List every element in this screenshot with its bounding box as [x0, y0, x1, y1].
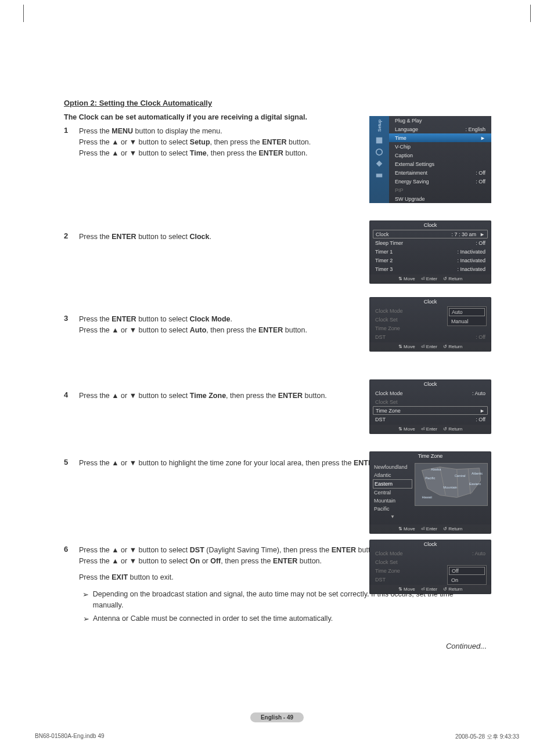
option-auto[interactable]: Auto: [449, 308, 485, 316]
step-line: Press the ▲ or ▼ button to select Setup,…: [79, 138, 311, 146]
timezone-map: Pacific Mountain Central Eastern Atlanti…: [415, 463, 488, 506]
svg-text:Atlantic: Atlantic: [472, 472, 483, 475]
osd-footer: ⇅ Move ⏎ Enter ↺ Return: [369, 585, 491, 594]
chevron-down-icon: ▼: [373, 513, 412, 521]
svg-text:Hawaii: Hawaii: [422, 495, 432, 499]
osd-clock-dst-menu: Clock Clock Mode: Auto Clock Set Time Zo…: [369, 540, 491, 599]
menu-item-timer2[interactable]: Timer 2: Inactivated: [369, 256, 491, 265]
osd-setup-body: Plug & Play Language: English Time► V-Ch…: [389, 116, 491, 203]
menu-item-clock[interactable]: Clock: 7 : 30 am►: [373, 230, 488, 238]
step-line: Press the MENU button to display the men…: [79, 127, 222, 135]
menu-item-time-zone[interactable]: Time Zone►: [373, 406, 488, 415]
move-hint: ⇅ Move: [398, 587, 415, 592]
option-manual[interactable]: Manual: [448, 317, 486, 325]
menu-item-timer1[interactable]: Timer 1: Inactivated: [369, 247, 491, 256]
return-hint: ↺ Return: [443, 426, 462, 432]
menu-item-timer3[interactable]: Timer 3: Inactivated: [369, 265, 491, 273]
tz-option-pacific[interactable]: Pacific: [373, 505, 412, 513]
osd-timezone-picker: Time Zone Newfoundland Atlantic Eastern …: [369, 451, 491, 538]
chevron-right-icon: ►: [480, 408, 485, 414]
osd-footer: ⇅ Move ⏎ Enter ↺ Return: [369, 425, 491, 434]
step-number: 4: [64, 390, 79, 399]
note-bullet-icon: ➢: [79, 589, 93, 601]
option-off[interactable]: Off: [449, 567, 485, 575]
note-2: ➢ Antenna or Cable must be connected in …: [79, 613, 483, 625]
osd-footer: ⇅ Move ⏎ Enter ↺ Return: [369, 525, 491, 534]
page-footer: English - 49: [0, 712, 554, 722]
menu-item-energy-saving[interactable]: Energy Saving: Off: [389, 177, 491, 186]
menu-item-time[interactable]: Time►: [389, 133, 491, 142]
menu-item-pip: PIP: [389, 186, 491, 194]
crop-mark-right: [530, 5, 531, 22]
doc-id: BN68-01580A-Eng.indb 49: [35, 733, 105, 741]
step-number: 5: [64, 458, 79, 466]
menu-item-sw-upgrade[interactable]: SW Upgrade: [389, 194, 491, 203]
osd-title: Time Zone: [369, 451, 491, 461]
document-footer: BN68-01580A-Eng.indb 49 2008-05-28 오후 9:…: [35, 733, 519, 741]
tz-option-central[interactable]: Central: [373, 489, 412, 497]
osd-footer: ⇅ Move ⏎ Enter ↺ Return: [369, 274, 491, 284]
note-bullet-icon: ➢: [79, 613, 93, 625]
menu-item-clock-mode[interactable]: Clock Mode: Auto: [369, 389, 491, 397]
osd-title: Clock: [369, 379, 491, 389]
menu-item-vchip[interactable]: V-Chip: [389, 142, 491, 151]
clock-mode-dropdown[interactable]: Auto Manual: [447, 306, 487, 326]
menu-item-entertainment[interactable]: Entertainment: Off: [389, 168, 491, 177]
dst-dropdown[interactable]: Off On: [447, 565, 487, 585]
svg-point-1: [376, 149, 383, 155]
return-hint: ↺ Return: [443, 587, 462, 592]
osd-clock-menu: Clock Clock: 7 : 30 am► Sleep Timer: Off…: [369, 220, 491, 288]
menu-item-language[interactable]: Language: English: [389, 125, 491, 133]
setup-tab-label: Setup: [377, 118, 382, 133]
osd-title: Clock: [369, 297, 491, 306]
return-hint: ↺ Return: [443, 344, 462, 349]
enter-hint: ⏎ Enter: [421, 426, 437, 432]
osd-title: Clock: [369, 540, 491, 549]
enter-hint: ⏎ Enter: [421, 344, 437, 349]
tz-option-mountain[interactable]: Mountain: [373, 497, 412, 505]
svg-text:Mountain: Mountain: [443, 486, 457, 489]
osd-footer: ⇅ Move ⏎ Enter ↺ Return: [369, 342, 491, 352]
tab-icon: [375, 136, 383, 144]
menu-item-external-settings[interactable]: External Settings: [389, 160, 491, 168]
option-on[interactable]: On: [448, 576, 486, 584]
step-number: 2: [64, 231, 79, 240]
menu-item-sleep-timer[interactable]: Sleep Timer: Off: [369, 238, 491, 247]
osd-clock-timezone-menu: Clock Clock Mode: Auto Clock Set Time Zo…: [369, 379, 491, 439]
page-number-pill: English - 49: [250, 712, 304, 722]
chevron-right-icon: ►: [480, 231, 485, 237]
step-number: 6: [64, 545, 79, 554]
move-hint: ⇅ Move: [398, 276, 415, 281]
move-hint: ⇅ Move: [398, 526, 415, 531]
tz-option-eastern[interactable]: Eastern: [373, 479, 412, 489]
enter-hint: ⏎ Enter: [421, 526, 437, 531]
menu-item-plug-play[interactable]: Plug & Play: [389, 116, 491, 125]
continued-label: Continued...: [64, 642, 490, 650]
menu-item-clock-set: Clock Set: [369, 397, 491, 406]
tab-icon: [375, 171, 383, 179]
osd-clock-mode-menu: Clock Clock Mode: Clock Set Time Zone DS…: [369, 297, 491, 356]
gear-icon: [375, 148, 383, 156]
doc-timestamp: 2008-05-28 오후 9:43:33: [455, 733, 519, 741]
osd-title: Clock: [369, 220, 491, 230]
enter-hint: ⏎ Enter: [421, 276, 437, 281]
move-hint: ⇅ Move: [398, 426, 415, 432]
return-hint: ↺ Return: [443, 276, 462, 281]
osd-setup-menu: Setup Plug & Play Language: English Time…: [369, 116, 491, 208]
chevron-right-icon: ►: [480, 135, 485, 141]
crop-mark-left: [23, 5, 24, 22]
svg-text:Eastern: Eastern: [469, 482, 481, 486]
svg-rect-2: [376, 173, 383, 177]
tz-option-newfoundland[interactable]: Newfoundland: [373, 463, 412, 471]
osd-sidebar-tabs: Setup: [369, 116, 389, 203]
svg-text:Central: Central: [455, 474, 466, 478]
step-line: Press the ▲ or ▼ button to select Time, …: [79, 149, 307, 157]
menu-item-caption[interactable]: Caption: [389, 151, 491, 160]
tz-option-atlantic[interactable]: Atlantic: [373, 471, 412, 479]
menu-item-dst[interactable]: DST: Off: [369, 415, 491, 424]
svg-text:Alaska: Alaska: [431, 468, 441, 471]
tab-icon: [375, 160, 383, 168]
step-number: 1: [64, 126, 79, 135]
note-text: Antenna or Cable must be connected in or…: [93, 613, 333, 624]
return-hint: ↺ Return: [443, 526, 462, 531]
